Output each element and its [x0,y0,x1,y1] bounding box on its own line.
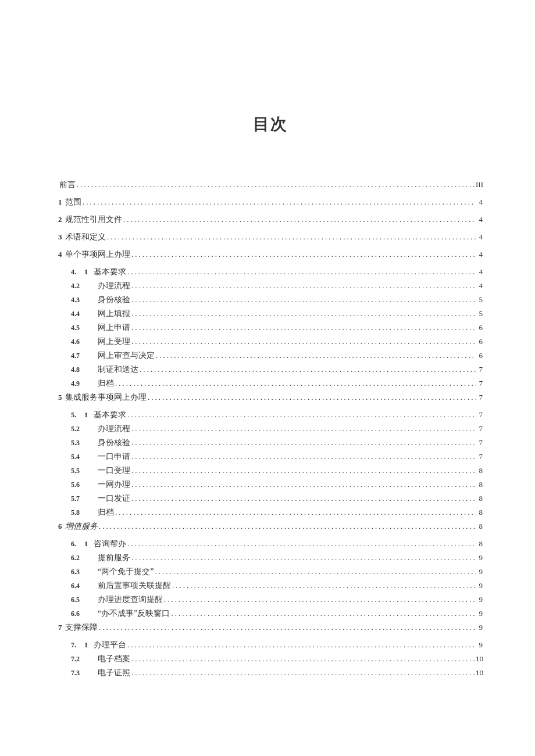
toc-entry-subsection: 7.2电子档案10 [58,655,483,663]
toc-leader-dots [163,596,476,603]
toc-entry-page: 7 [476,439,483,446]
toc-entry-section: 5集成服务事项网上办理7 [58,393,483,402]
toc-leader-dots [98,522,476,530]
toc-entry-number: 4. [71,268,76,275]
toc-entry-page: 5 [476,296,483,303]
toc-entry-subsection: 4.9归档7 [58,379,483,388]
toc-entry-section: 4单个事项网上办理4 [58,250,483,259]
toc-entry-page: 8 [476,508,483,516]
toc-leader-dots [130,282,476,289]
toc-entry-title: 前后置事项关联提醒 [98,582,171,590]
toc-entry-number: 5.8 [71,509,98,516]
toc-entry-number: 4 [58,250,64,258]
toc-entry-subsection: 5.1基本要求7 [58,411,483,419]
toc-leader-dots [130,554,476,561]
toc-entry-page: 4 [476,268,483,275]
toc-entry-number: 4.7 [71,352,98,359]
toc-leader-dots [130,439,476,446]
toc-entry-page: 9 [476,554,483,561]
toc-entry-title: 归档 [98,379,114,388]
toc-entry-title: 网上申请 [98,324,130,332]
toc-entry-title: 一口申请 [98,453,130,461]
toc-entry-page: 4 [476,250,483,258]
toc-entry-title: 办理平台 [94,641,126,649]
toc-entry-subnumber: 1 [84,540,88,547]
toc-leader-dots [76,181,476,188]
toc-leader-dots [130,324,476,331]
toc-entry-title: 一网办理 [98,481,130,489]
toc-entry-title: 归档 [98,508,114,517]
toc-entry-number: 5.6 [71,481,98,488]
toc-entry-title: 支撑保障 [65,624,98,632]
toc-entry-title: 增值服务 [65,522,98,531]
toc-entry-subsection: 4.8制证和送达7 [58,366,483,374]
toc-entry-subsection: 6.5办理进度查询提醒9 [58,596,483,604]
toc-entry-number: 6.5 [71,596,98,603]
toc-entry-subsection: 5.7一口发证8 [58,495,483,503]
toc-entry-number: 7 [58,624,64,631]
toc-entry-title: 基本要求 [94,268,126,276]
toc-entry-number: 4.5 [71,324,98,331]
toc-entry-number: 7.3 [71,669,98,676]
toc-entry-page: 6 [476,324,483,331]
toc-entry-title: 基本要求 [94,411,126,419]
toc-entry-page: 10 [476,669,483,676]
toc-entry-title: 提前服务 [98,554,130,562]
toc-entry-subsection: 4.5网上申请6 [58,324,483,332]
toc-entry-number: 6.2 [71,554,98,561]
toc-entry-title: 制证和送达 [98,366,138,374]
toc-entry-page: 6 [476,352,483,359]
toc-entry-subsection: 6.2提前服务9 [58,554,483,562]
toc-entry-page: 8 [476,540,483,547]
toc-entry-title: 前言 [59,181,76,189]
toc-entry-number: 7.2 [71,655,98,662]
toc-leader-dots [126,268,476,275]
toc-entry-subnumber: 1 [84,642,88,648]
toc-entry-number: 5.3 [71,439,98,446]
toc-entry-number: 6.3 [71,568,98,575]
toc-leader-dots [130,310,476,317]
toc-entry-title: 咨询帮办 [94,540,126,548]
toc-entry-section: 6增值服务8 [58,522,483,531]
toc-entry-page: 9 [476,568,483,575]
toc-entry-number: 2 [58,216,64,223]
toc-leader-dots [126,411,476,418]
toc-leader-dots [155,352,476,359]
toc-entry-number: 6.6 [71,610,98,617]
toc-entry-page: 10 [476,655,483,662]
toc-leader-dots [130,338,476,345]
document-page: 目次 前言III1范围42规范性引用文件43术语和定义44单个事项网上办理44.… [0,0,535,756]
toc-entry-number: 4.4 [71,310,98,317]
toc-leader-dots [154,568,476,575]
toc-entry-page: 9 [476,641,483,648]
toc-entry-subnumber: 1 [84,268,88,275]
toc-entry-section: 7支撑保障9 [58,624,483,632]
toc-entry-title: 办理流程 [98,282,130,290]
toc-entry-title: 术语和定义 [65,233,106,241]
toc-leader-dots [126,641,476,648]
toc-entry-number: 4.9 [71,380,98,387]
toc-entry-number: 3 [58,233,64,241]
toc-leader-dots [130,453,476,460]
toc-entry-title: 身份核验 [98,439,130,447]
toc-entry-page: 7 [476,453,483,460]
toc-entry-subsection: 5.5一口受理8 [58,467,483,475]
toc-entry-subsection: 6.3“两个免于提交”9 [58,568,483,576]
toc-entry-title: 办理进度查询提醒 [98,596,163,604]
toc-entry-number: 7. [71,642,76,648]
toc-entry-page: 9 [476,610,483,617]
toc-leader-dots [98,624,476,631]
toc-entry-subsection: 5.8归档8 [58,508,483,517]
toc-entry-page: 7 [476,425,483,432]
toc-entry-subsection: 4.3身份核验5 [58,296,483,304]
toc-entry-subsection: 6.6“办不成事”反映窗口9 [58,610,483,618]
toc-entry-number: 4.3 [71,296,98,303]
toc-leader-dots [122,216,476,223]
toc-entry-number: 5 [58,393,64,401]
toc-entry-title: 电子证照 [98,669,130,677]
toc-entry-section: 前言III [58,181,483,189]
toc-leader-dots [147,393,476,401]
toc-entry-subnumber: 1 [84,411,88,418]
toc-leader-dots [130,467,476,474]
toc-entry-title: 网上填报 [98,310,130,318]
